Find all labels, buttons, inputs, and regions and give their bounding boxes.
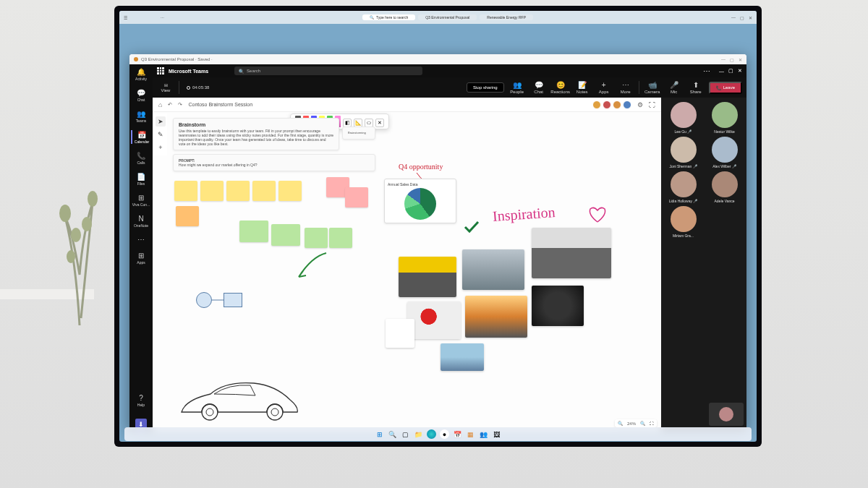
- image-tile[interactable]: [441, 343, 484, 371]
- rail-calls[interactable]: 📞Calls: [131, 151, 151, 165]
- image-tile[interactable]: [399, 257, 456, 297]
- share-button[interactable]: ⬆Share: [687, 81, 705, 94]
- car-sketch[interactable]: [174, 372, 305, 423]
- undo-icon[interactable]: ↶: [168, 102, 172, 108]
- leave-button[interactable]: 📞Leave: [709, 82, 742, 94]
- image-tile[interactable]: [386, 319, 414, 348]
- self-video-tile[interactable]: [709, 403, 744, 426]
- reactions-button[interactable]: 😊Reactions: [552, 81, 569, 94]
- sticky-note[interactable]: [200, 181, 224, 201]
- home-icon[interactable]: ⌂: [158, 101, 162, 108]
- brainstorm-tag[interactable]: Brainstorming: [342, 127, 375, 140]
- window-minimize[interactable]: —: [731, 15, 736, 20]
- sticky-note[interactable]: [329, 228, 352, 248]
- plus-tool[interactable]: +: [156, 142, 166, 153]
- sticky-note[interactable]: [226, 181, 250, 201]
- gear-icon[interactable]: ⚙: [637, 101, 643, 108]
- explorer-icon[interactable]: 📁: [414, 429, 423, 439]
- rail-files[interactable]: 📄Files: [131, 172, 151, 186]
- search-taskbar-icon[interactable]: 🔍: [388, 429, 397, 439]
- ink-q4-opportunity[interactable]: Q4 opportunity: [399, 163, 443, 171]
- taskview-icon[interactable]: ▢: [401, 429, 410, 439]
- image-tile[interactable]: [532, 286, 584, 326]
- image-tile[interactable]: [407, 301, 461, 339]
- participant-tile[interactable]: Joni Sherman 🎤: [664, 137, 702, 168]
- camera-button[interactable]: 📹Camera: [644, 81, 661, 94]
- sticky-note[interactable]: [252, 181, 276, 201]
- sticky-note[interactable]: [271, 224, 300, 246]
- zoom-in-icon[interactable]: 🔍: [640, 421, 645, 426]
- participant-tile[interactable]: Nestor Wilke: [705, 102, 744, 134]
- sticky-note[interactable]: [345, 187, 368, 207]
- flow-step[interactable]: [224, 293, 242, 307]
- view-button[interactable]: ⊞View: [157, 82, 174, 93]
- mic-button[interactable]: 🎤Mic: [665, 81, 683, 94]
- top-close[interactable]: ✕: [738, 68, 742, 74]
- fit-icon[interactable]: ⛶: [650, 421, 654, 426]
- sticky-note[interactable]: [278, 181, 302, 201]
- window-maximize[interactable]: ▢: [740, 15, 744, 20]
- participant-tile[interactable]: Lee Gu 🎤: [664, 102, 702, 134]
- rail-calendar[interactable]: 📅Calendar: [131, 130, 151, 144]
- browser-tab-2[interactable]: Renewable Energy RFP: [480, 14, 533, 20]
- browser-tab-1[interactable]: Q3 Environmental Proposal: [418, 14, 477, 20]
- browser-menu-icon[interactable]: ☰: [124, 15, 127, 20]
- sticky-note[interactable]: [174, 181, 197, 201]
- participant-tile[interactable]: Alex Wilber 🎤: [705, 137, 744, 168]
- pointer-tool[interactable]: ➤: [156, 116, 166, 127]
- presence-avatars[interactable]: [592, 100, 631, 109]
- more-button[interactable]: ⋯More: [617, 81, 634, 94]
- sticky-note[interactable]: [176, 206, 199, 226]
- image-tile[interactable]: [465, 296, 527, 338]
- rail-activity[interactable]: 🔔Activity: [131, 67, 151, 81]
- prompt-card[interactable]: PROMPT: How might we expand our market o…: [173, 154, 375, 171]
- teams-taskbar-icon[interactable]: 👥: [479, 429, 488, 439]
- app-minimize[interactable]: —: [721, 57, 726, 62]
- app-close[interactable]: ✕: [739, 57, 742, 62]
- office-icon[interactable]: ▦: [466, 429, 475, 439]
- sticky-note[interactable]: [305, 228, 328, 248]
- whiteboard-canvas[interactable]: ➤ ✎ +: [153, 112, 661, 430]
- close-tray[interactable]: ✕: [375, 119, 384, 127]
- sticky-note[interactable]: [239, 221, 268, 242]
- edge-icon[interactable]: [427, 429, 436, 439]
- ink-inspiration[interactable]: Inspiration: [492, 204, 556, 225]
- search-input[interactable]: 🔍 Search: [234, 67, 422, 75]
- redo-icon[interactable]: ↷: [178, 102, 182, 108]
- notes-button[interactable]: 📝Notes: [574, 81, 591, 94]
- rail-onenote[interactable]: NOneNote: [131, 214, 151, 228]
- app-icon[interactable]: ●: [440, 429, 449, 439]
- calendar-taskbar-icon[interactable]: 📅: [453, 429, 462, 439]
- top-maximize[interactable]: ▢: [728, 68, 733, 74]
- viva-icon: ⊞: [137, 193, 145, 202]
- image-tile[interactable]: [532, 228, 611, 278]
- rail-viva[interactable]: ⊞Viva Con...: [131, 193, 151, 207]
- participant-tile[interactable]: Miriam Gra...: [664, 206, 702, 238]
- rail-teams[interactable]: 👥Teams: [131, 109, 151, 123]
- chart-card[interactable]: Annual Sales Data: [384, 179, 456, 223]
- rail-apps[interactable]: ⊞Apps: [131, 251, 151, 265]
- people-button[interactable]: 👥People: [509, 81, 526, 94]
- flow-start[interactable]: [196, 292, 212, 308]
- rail-help[interactable]: ?Help: [131, 393, 151, 407]
- zoom-out-icon[interactable]: 🔍: [618, 421, 623, 426]
- rail-more[interactable]: ⋯: [131, 235, 151, 244]
- waffle-icon[interactable]: [157, 67, 164, 74]
- apps-button[interactable]: +Apps: [595, 81, 613, 94]
- window-close[interactable]: ✕: [749, 15, 752, 20]
- top-more-icon[interactable]: ⋯: [703, 67, 710, 75]
- chat-button[interactable]: 💬Chat: [530, 81, 548, 94]
- pen-tool[interactable]: ✎: [156, 129, 166, 140]
- participant-tile[interactable]: Lidia Holloway 🎤: [664, 171, 702, 203]
- top-minimize[interactable]: —: [719, 69, 724, 74]
- image-tile[interactable]: [462, 249, 524, 290]
- rail-chat[interactable]: 💬Chat: [131, 88, 151, 102]
- participant-tile[interactable]: Adele Vance: [705, 171, 744, 203]
- start-icon[interactable]: ⊞: [375, 429, 384, 439]
- stop-sharing-button[interactable]: Stop sharing: [467, 82, 504, 93]
- brainstorm-card[interactable]: Brainstorm Use this template to easily b…: [173, 118, 339, 150]
- expand-icon[interactable]: ⛶: [649, 101, 655, 108]
- gallery-icon[interactable]: 🖼: [492, 429, 501, 439]
- app-maximize[interactable]: ▢: [730, 57, 734, 62]
- browser-search[interactable]: 🔍 Type here to search: [362, 14, 415, 20]
